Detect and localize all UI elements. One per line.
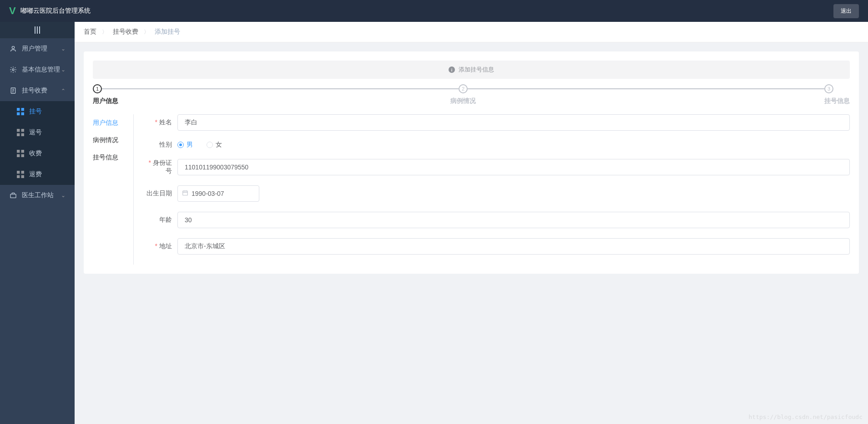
form-row-id-number: 身份证号 — [143, 159, 850, 175]
id-number-input[interactable] — [177, 159, 850, 175]
breadcrumb-item[interactable]: 首页 — [84, 28, 96, 35]
sidebar-subitem-label: 退号 — [29, 128, 42, 137]
sidebar-subitem-label: 退费 — [29, 170, 42, 179]
radio-circle-icon — [177, 142, 184, 148]
radio-circle-icon — [207, 142, 213, 148]
breadcrumb-current: 添加挂号 — [155, 28, 180, 35]
sidebar-item-label: 医生工作站 — [22, 191, 54, 199]
birth-date-input[interactable] — [177, 185, 259, 202]
calendar-icon — [182, 190, 188, 198]
form-row-birth-date: 出生日期 — [143, 185, 850, 202]
step-line — [102, 88, 459, 89]
breadcrumb: 首页 〉 挂号收费 〉 添加挂号 — [75, 22, 868, 42]
svg-rect-14 — [17, 150, 20, 153]
app-header: V 嘟嘟云医院后台管理系统 退出 — [0, 0, 868, 22]
form-row-address: 地址 — [143, 238, 850, 255]
grid-icon — [16, 171, 25, 178]
form-wrap: 用户信息 病例情况 挂号信息 姓名 性别 男 — [93, 114, 850, 265]
svg-rect-11 — [21, 129, 24, 132]
svg-point-1 — [12, 69, 14, 71]
sidebar-collapse-toggle[interactable] — [0, 22, 75, 38]
sidebar-subitem-charge[interactable]: 收费 — [0, 143, 75, 164]
step-3: 3 挂号信息 — [824, 84, 850, 105]
svg-rect-8 — [17, 112, 20, 115]
svg-text:i: i — [451, 67, 453, 72]
logo-icon: V — [9, 5, 16, 17]
sidebar-item-label: 用户管理 — [22, 45, 47, 53]
svg-rect-22 — [10, 194, 16, 198]
user-icon — [9, 45, 17, 52]
radio-male[interactable]: 男 — [177, 141, 193, 149]
radio-label: 男 — [187, 141, 193, 149]
sidebar-subitem-label: 收费 — [29, 149, 42, 158]
sidebar-item-label: 基本信息管理 — [22, 66, 60, 74]
svg-rect-19 — [21, 171, 24, 174]
label-age: 年龄 — [143, 216, 177, 224]
name-input[interactable] — [177, 114, 850, 131]
sidebar-item-basic-info[interactable]: 基本信息管理 ⌄ — [0, 59, 75, 80]
app-title: 嘟嘟云医院后台管理系统 — [20, 7, 91, 15]
sidebar-subitem-cancel-register[interactable]: 退号 — [0, 122, 75, 143]
svg-rect-12 — [17, 133, 20, 136]
svg-rect-21 — [21, 175, 24, 178]
radio-female[interactable]: 女 — [207, 141, 222, 149]
address-input[interactable] — [177, 238, 850, 255]
sidebar-item-doctor-station[interactable]: 医生工作站 ⌄ — [0, 185, 75, 206]
sidebar-item-label: 挂号收费 — [22, 87, 47, 95]
svg-rect-9 — [21, 112, 24, 115]
breadcrumb-sep-icon: 〉 — [102, 29, 107, 35]
form-tab-case[interactable]: 病例情况 — [93, 132, 133, 149]
svg-rect-25 — [183, 191, 188, 195]
form-tab-register-info[interactable]: 挂号信息 — [93, 149, 133, 166]
logout-button[interactable]: 退出 — [833, 4, 859, 18]
svg-rect-16 — [17, 154, 20, 157]
label-gender: 性别 — [143, 141, 177, 149]
step-title: 挂号信息 — [824, 97, 850, 105]
chevron-down-icon: ⌄ — [61, 46, 66, 52]
label-id-number: 身份证号 — [143, 159, 177, 175]
label-address: 地址 — [143, 242, 177, 250]
step-number: 2 — [459, 84, 468, 93]
step-line — [468, 88, 824, 89]
info-alert: i 添加挂号信息 — [93, 61, 850, 79]
form-tab-user-info[interactable]: 用户信息 — [93, 114, 133, 132]
chevron-up-icon: ⌄ — [61, 87, 66, 94]
svg-rect-18 — [17, 171, 20, 174]
sidebar: 用户管理 ⌄ 基本信息管理 ⌄ 挂号收费 ⌄ 挂号 退号 收费 — [0, 22, 75, 283]
steps: 1 用户信息 2 病例情况 3 挂号信息 — [93, 84, 850, 105]
content-card: i 添加挂号信息 1 用户信息 2 病例情况 — [84, 51, 859, 274]
breadcrumb-item[interactable]: 挂号收费 — [113, 28, 138, 35]
step-number: 3 — [824, 84, 833, 93]
briefcase-icon — [9, 192, 17, 199]
svg-point-0 — [12, 46, 14, 49]
svg-rect-20 — [17, 175, 20, 178]
form-body: 姓名 性别 男 女 — [134, 114, 850, 265]
hamburger-icon — [35, 26, 40, 34]
grid-icon — [16, 129, 25, 136]
chevron-down-icon: ⌄ — [61, 192, 66, 199]
grid-icon — [16, 150, 25, 157]
radio-label: 女 — [216, 141, 222, 149]
form-row-name: 姓名 — [143, 114, 850, 131]
info-icon: i — [449, 66, 455, 73]
doc-icon — [9, 87, 17, 94]
sidebar-item-user-mgmt[interactable]: 用户管理 ⌄ — [0, 38, 75, 59]
gear-icon — [9, 66, 17, 73]
svg-rect-15 — [21, 150, 24, 153]
step-number: 1 — [93, 84, 102, 93]
sidebar-subitem-refund[interactable]: 退费 — [0, 164, 75, 185]
chevron-down-icon: ⌄ — [61, 66, 66, 73]
sidebar-subitem-label: 挂号 — [29, 107, 42, 116]
breadcrumb-sep-icon: 〉 — [144, 29, 149, 35]
alert-text: 添加挂号信息 — [459, 66, 494, 74]
step-title: 病例情况 — [283, 97, 644, 105]
header-left: V 嘟嘟云医院后台管理系统 — [9, 5, 91, 17]
sidebar-subitem-register[interactable]: 挂号 — [0, 101, 75, 122]
form-row-gender: 性别 男 女 — [143, 141, 850, 149]
step-2: 2 病例情况 — [459, 84, 824, 105]
svg-rect-7 — [21, 108, 24, 111]
grid-icon — [16, 108, 25, 115]
age-input[interactable] — [177, 212, 850, 228]
sidebar-item-registration-fee[interactable]: 挂号收费 ⌄ — [0, 80, 75, 101]
svg-rect-10 — [17, 129, 20, 132]
